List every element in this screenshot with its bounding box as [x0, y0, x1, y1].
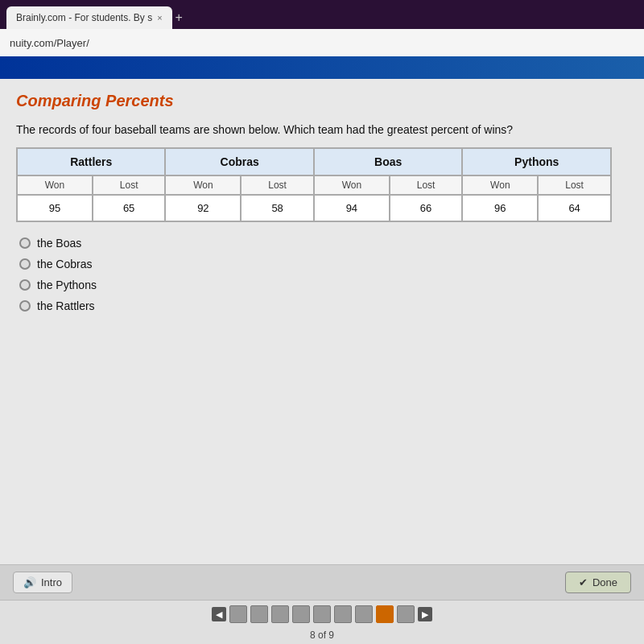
new-tab-button[interactable]: + — [175, 10, 183, 25]
pythons-won-value: 96 — [462, 195, 538, 221]
cobras-won-value: 92 — [165, 195, 241, 221]
question-text: The records of four baseball teams are s… — [16, 123, 628, 136]
nav-dot-1[interactable] — [229, 605, 247, 623]
checkmark-icon: ✔ — [579, 576, 588, 588]
col-boas-won-label: Won — [314, 175, 390, 195]
baseball-stats-table: Rattlers Cobras Boas Pythons Won Lost Wo… — [16, 147, 612, 222]
intro-button[interactable]: 🔊 Intro — [13, 572, 72, 593]
page-title: Comparing Percents — [16, 92, 628, 110]
bottom-toolbar: 🔊 Intro ✔ Done — [0, 564, 644, 600]
radio-pythons[interactable] — [19, 279, 31, 291]
radio-rattlers[interactable] — [19, 300, 31, 312]
page-number-label: 8 of 9 — [0, 628, 644, 644]
table-subheader-row: Won Lost Won Lost Won Lost Won Lost — [17, 175, 611, 195]
nav-dot-6[interactable] — [334, 605, 352, 623]
nav-next-button[interactable]: ▶ — [418, 607, 432, 621]
col-rattlers-lost-label: Lost — [93, 175, 166, 195]
main-content: Comparing Percents The records of four b… — [0, 79, 644, 564]
team-header-boas: Boas — [314, 148, 462, 175]
nav-dot-7[interactable] — [355, 605, 373, 623]
col-pythons-lost-label: Lost — [538, 175, 611, 195]
intro-button-label: Intro — [41, 576, 62, 588]
table-data-row: 95 65 92 58 94 66 96 64 — [17, 195, 611, 221]
browser-chrome: Brainly.com - For students. By s × + nui… — [0, 0, 644, 56]
done-button[interactable]: ✔ Done — [565, 572, 631, 593]
option-cobras-label: the Cobras — [37, 258, 92, 270]
boas-lost-value: 66 — [390, 195, 463, 221]
col-pythons-won-label: Won — [462, 175, 538, 195]
col-cobras-won-label: Won — [165, 175, 241, 195]
answer-options-list: the Boas the Cobras the Pythons the Ratt… — [19, 237, 628, 312]
option-boas-label: the Boas — [37, 237, 81, 250]
tab-label: Brainly.com - For students. By s — [16, 12, 152, 23]
page-wrapper: Comparing Percents The records of four b… — [0, 56, 644, 644]
col-rattlers-won-label: Won — [17, 175, 93, 195]
col-cobras-lost-label: Lost — [241, 175, 314, 195]
tab-bar: Brainly.com - For students. By s × + — [0, 0, 644, 29]
rattlers-won-value: 95 — [17, 195, 93, 221]
col-boas-lost-label: Lost — [390, 175, 463, 195]
tab-close-button[interactable]: × — [157, 13, 162, 23]
navigation-bar: ◀ ▶ — [0, 600, 644, 628]
option-cobras[interactable]: the Cobras — [19, 258, 628, 270]
option-pythons-label: the Pythons — [37, 279, 97, 291]
nav-dot-3[interactable] — [271, 605, 289, 623]
option-boas[interactable]: the Boas — [19, 237, 628, 250]
rattlers-lost-value: 65 — [93, 195, 166, 221]
option-rattlers[interactable]: the Rattlers — [19, 299, 628, 312]
radio-boas[interactable] — [19, 237, 31, 249]
nav-dot-2[interactable] — [250, 605, 268, 623]
pythons-lost-value: 64 — [538, 195, 611, 221]
team-header-pythons: Pythons — [462, 148, 611, 175]
blue-header-stripe — [0, 56, 644, 79]
active-tab[interactable]: Brainly.com - For students. By s × — [6, 6, 172, 29]
done-button-label: Done — [592, 576, 617, 588]
nav-prev-button[interactable]: ◀ — [212, 607, 226, 621]
speaker-icon: 🔊 — [23, 576, 36, 588]
address-text: nuity.com/Player/ — [10, 37, 89, 49]
team-header-cobras: Cobras — [165, 148, 313, 175]
option-rattlers-label: the Rattlers — [37, 299, 95, 312]
nav-dot-4[interactable] — [292, 605, 310, 623]
nav-dot-8[interactable] — [376, 605, 394, 623]
radio-cobras[interactable] — [19, 258, 31, 270]
boas-won-value: 94 — [314, 195, 390, 221]
cobras-lost-value: 58 — [241, 195, 314, 221]
team-header-rattlers: Rattlers — [17, 148, 165, 175]
nav-dot-9[interactable] — [397, 605, 415, 623]
option-pythons[interactable]: the Pythons — [19, 279, 628, 291]
address-bar[interactable]: nuity.com/Player/ — [0, 29, 644, 56]
nav-dot-5[interactable] — [313, 605, 331, 623]
